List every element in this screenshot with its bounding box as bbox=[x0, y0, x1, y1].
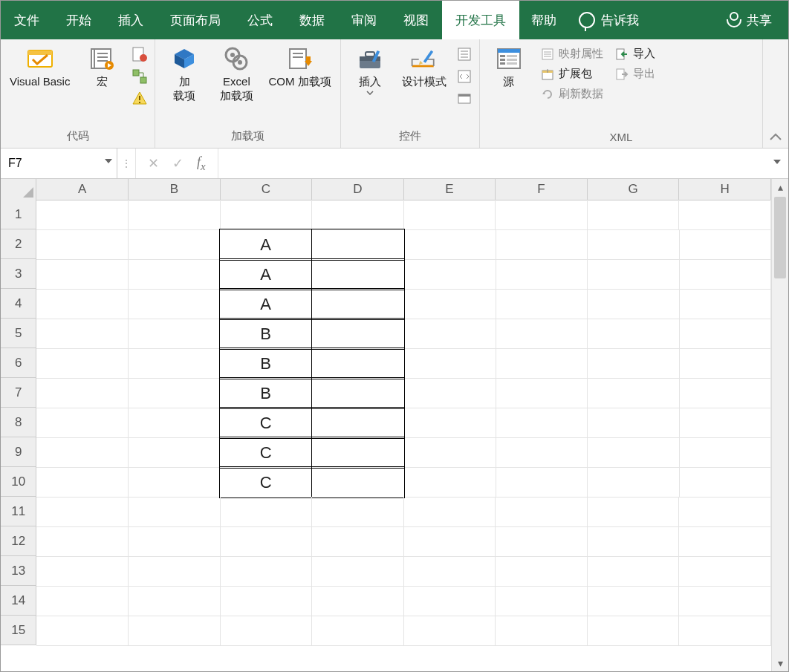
row-header-14[interactable]: 14 bbox=[1, 586, 36, 616]
fx-icon[interactable]: fx bbox=[197, 154, 206, 173]
cell-B6[interactable] bbox=[129, 348, 220, 379]
cell-G10[interactable] bbox=[588, 467, 679, 498]
cell-F6[interactable] bbox=[496, 348, 588, 379]
cell-D11[interactable] bbox=[312, 497, 404, 527]
refresh-data-button[interactable]: 刷新数据 bbox=[536, 85, 608, 102]
cell-H7[interactable] bbox=[680, 378, 771, 408]
cell-C10[interactable]: C bbox=[219, 466, 312, 498]
cell-H10[interactable] bbox=[680, 467, 771, 498]
column-header-B[interactable]: B bbox=[129, 179, 221, 200]
cell-E8[interactable] bbox=[405, 408, 496, 438]
tab-insert[interactable]: 插入 bbox=[105, 1, 157, 39]
cell-C5[interactable]: B bbox=[219, 318, 312, 350]
share-button[interactable]: 共享 bbox=[711, 1, 788, 39]
cell-D9[interactable] bbox=[311, 437, 404, 469]
cell-C12[interactable] bbox=[221, 526, 313, 557]
cell-E11[interactable] bbox=[404, 497, 496, 527]
name-box-input[interactable] bbox=[7, 156, 111, 171]
excel-addins-button[interactable]: Excel 加载项 bbox=[212, 42, 261, 103]
formula-bar-expand[interactable]: ⋮ bbox=[117, 149, 136, 178]
cell-B11[interactable] bbox=[129, 497, 221, 527]
cell-H9[interactable] bbox=[680, 437, 771, 468]
cell-A1[interactable] bbox=[36, 200, 129, 230]
addins-button[interactable]: 加 载项 bbox=[160, 42, 209, 103]
row-header-13[interactable]: 13 bbox=[1, 556, 36, 586]
tab-review[interactable]: 审阅 bbox=[338, 1, 390, 39]
cell-F14[interactable] bbox=[496, 586, 588, 616]
cell-C3[interactable]: A bbox=[219, 258, 312, 290]
cell-D3[interactable] bbox=[311, 258, 404, 290]
scroll-track[interactable] bbox=[772, 195, 788, 655]
vertical-scrollbar[interactable]: ▴ ▾ bbox=[771, 179, 788, 671]
cell-D13[interactable] bbox=[312, 556, 404, 587]
cell-F5[interactable] bbox=[496, 319, 588, 349]
cell-D15[interactable] bbox=[312, 616, 404, 646]
cell-H4[interactable] bbox=[680, 289, 771, 319]
cell-G14[interactable] bbox=[588, 586, 680, 616]
cell-H6[interactable] bbox=[680, 348, 771, 379]
column-header-F[interactable]: F bbox=[496, 179, 588, 200]
cell-B8[interactable] bbox=[129, 408, 220, 438]
cell-D12[interactable] bbox=[312, 526, 404, 557]
enter-icon[interactable]: ✓ bbox=[172, 155, 184, 172]
name-box-dropdown-icon[interactable] bbox=[105, 159, 112, 163]
cell-E3[interactable] bbox=[405, 259, 496, 290]
cell-A14[interactable] bbox=[36, 586, 129, 616]
cell-F12[interactable] bbox=[496, 526, 588, 557]
cell-B13[interactable] bbox=[129, 556, 221, 587]
run-dialog-button[interactable] bbox=[454, 88, 475, 109]
cell-A7[interactable] bbox=[36, 378, 128, 408]
cell-A10[interactable] bbox=[36, 467, 128, 498]
cell-D2[interactable] bbox=[311, 229, 404, 261]
cell-F8[interactable] bbox=[496, 408, 588, 438]
cell-G6[interactable] bbox=[588, 348, 679, 379]
cell-E12[interactable] bbox=[404, 526, 496, 557]
cell-A5[interactable] bbox=[36, 319, 128, 349]
cell-G13[interactable] bbox=[588, 556, 680, 587]
macro-security-button[interactable] bbox=[129, 88, 150, 109]
cell-G9[interactable] bbox=[588, 437, 679, 468]
cell-C14[interactable] bbox=[221, 586, 313, 616]
cell-G2[interactable] bbox=[588, 229, 679, 260]
cell-E6[interactable] bbox=[405, 348, 496, 379]
cell-H14[interactable] bbox=[679, 586, 771, 616]
formula-bar-dropdown-icon[interactable] bbox=[773, 160, 781, 164]
cell-D1[interactable] bbox=[312, 200, 404, 230]
formula-input-wrap[interactable] bbox=[218, 149, 788, 178]
cell-E7[interactable] bbox=[405, 378, 496, 408]
tab-file[interactable]: 文件 bbox=[1, 1, 53, 39]
cell-E1[interactable] bbox=[404, 200, 496, 230]
cell-A15[interactable] bbox=[36, 616, 129, 646]
row-header-3[interactable]: 3 bbox=[1, 259, 36, 289]
visual-basic-button[interactable]: Visual Basic bbox=[5, 42, 74, 89]
tab-formulas[interactable]: 公式 bbox=[234, 1, 286, 39]
xml-source-button[interactable]: 源 bbox=[484, 42, 533, 89]
expansion-packs-button[interactable]: 扩展包 bbox=[536, 65, 608, 82]
collapse-ribbon-button[interactable] bbox=[763, 39, 788, 148]
row-header-11[interactable]: 11 bbox=[1, 497, 36, 526]
scroll-up-button[interactable]: ▴ bbox=[772, 179, 788, 195]
tab-home[interactable]: 开始 bbox=[53, 1, 105, 39]
cell-G11[interactable] bbox=[588, 497, 680, 527]
cell-C11[interactable] bbox=[221, 497, 313, 527]
cell-C8[interactable]: C bbox=[219, 407, 312, 439]
cell-B2[interactable] bbox=[129, 229, 220, 260]
cell-D4[interactable] bbox=[311, 288, 404, 320]
design-mode-button[interactable]: 设计模式 bbox=[397, 42, 451, 89]
row-header-2[interactable]: 2 bbox=[1, 229, 36, 259]
row-header-6[interactable]: 6 bbox=[1, 348, 36, 378]
cell-F15[interactable] bbox=[496, 616, 588, 646]
cell-A4[interactable] bbox=[36, 289, 128, 319]
tab-developer[interactable]: 开发工具 bbox=[442, 1, 519, 39]
cell-B7[interactable] bbox=[129, 378, 220, 408]
cell-E15[interactable] bbox=[404, 616, 496, 646]
cell-D6[interactable] bbox=[311, 348, 404, 379]
cell-F13[interactable] bbox=[496, 556, 588, 587]
cell-H12[interactable] bbox=[679, 526, 771, 557]
cell-G7[interactable] bbox=[588, 378, 679, 408]
xml-import-button[interactable]: 导入 bbox=[611, 45, 660, 62]
row-header-10[interactable]: 10 bbox=[1, 467, 36, 497]
cell-B1[interactable] bbox=[129, 200, 221, 230]
cell-E9[interactable] bbox=[405, 437, 496, 468]
insert-control-button[interactable]: 插入 bbox=[345, 42, 394, 95]
